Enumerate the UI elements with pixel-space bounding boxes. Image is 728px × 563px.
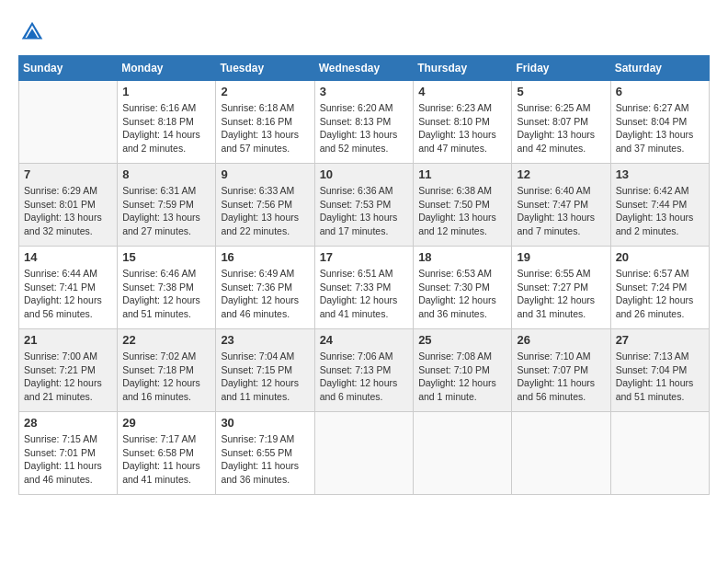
day-info: Sunrise: 6:33 AMSunset: 7:56 PMDaylight:…: [221, 184, 309, 238]
day-number: 8: [122, 167, 210, 181]
calendar-cell: 12Sunrise: 6:40 AMSunset: 7:47 PMDayligh…: [512, 164, 610, 247]
day-number: 7: [24, 167, 112, 181]
calendar: SundayMondayTuesdayWednesdayThursdayFrid…: [18, 55, 710, 495]
calendar-cell: 20Sunrise: 6:57 AMSunset: 7:24 PMDayligh…: [610, 247, 709, 329]
day-info: Sunrise: 6:55 AMSunset: 7:27 PMDaylight:…: [517, 267, 605, 321]
day-number: 14: [24, 250, 112, 264]
page-header: [18, 18, 710, 46]
day-number: 27: [616, 333, 704, 347]
calendar-cell: 24Sunrise: 7:06 AMSunset: 7:13 PMDayligh…: [314, 329, 414, 412]
day-info: Sunrise: 6:25 AMSunset: 8:07 PMDaylight:…: [517, 101, 605, 155]
calendar-cell: [414, 412, 512, 495]
day-number: 21: [24, 333, 112, 347]
calendar-cell: 23Sunrise: 7:04 AMSunset: 7:15 PMDayligh…: [216, 329, 314, 412]
calendar-header-row: SundayMondayTuesdayWednesdayThursdayFrid…: [19, 56, 710, 81]
column-header-tuesday: Tuesday: [216, 56, 314, 81]
week-row-5: 28Sunrise: 7:15 AMSunset: 7:01 PMDayligh…: [19, 412, 710, 495]
calendar-cell: [314, 412, 414, 495]
calendar-cell: 25Sunrise: 7:08 AMSunset: 7:10 PMDayligh…: [414, 329, 512, 412]
day-number: 23: [221, 333, 309, 347]
calendar-cell: 9Sunrise: 6:33 AMSunset: 7:56 PMDaylight…: [216, 164, 314, 247]
day-info: Sunrise: 7:10 AMSunset: 7:07 PMDaylight:…: [517, 350, 605, 404]
calendar-cell: 5Sunrise: 6:25 AMSunset: 8:07 PMDaylight…: [512, 81, 610, 164]
calendar-cell: [610, 412, 709, 495]
day-info: Sunrise: 6:29 AMSunset: 8:01 PMDaylight:…: [24, 184, 112, 238]
day-number: 5: [517, 85, 605, 98]
day-number: 3: [320, 85, 409, 98]
day-number: 28: [24, 416, 112, 430]
calendar-cell: 27Sunrise: 7:13 AMSunset: 7:04 PMDayligh…: [610, 329, 709, 412]
day-number: 16: [221, 250, 309, 264]
day-number: 6: [616, 85, 704, 98]
logo-icon: [18, 18, 46, 46]
day-info: Sunrise: 6:57 AMSunset: 7:24 PMDaylight:…: [616, 267, 704, 321]
day-info: Sunrise: 6:38 AMSunset: 7:50 PMDaylight:…: [418, 184, 506, 238]
day-number: 29: [122, 416, 210, 430]
calendar-cell: 28Sunrise: 7:15 AMSunset: 7:01 PMDayligh…: [19, 412, 118, 495]
calendar-cell: 8Sunrise: 6:31 AMSunset: 7:59 PMDaylight…: [118, 164, 216, 247]
calendar-cell: 30Sunrise: 7:19 AMSunset: 6:55 PMDayligh…: [216, 412, 314, 495]
day-number: 17: [320, 250, 409, 264]
calendar-cell: 2Sunrise: 6:18 AMSunset: 8:16 PMDaylight…: [216, 81, 314, 164]
day-info: Sunrise: 6:46 AMSunset: 7:38 PMDaylight:…: [122, 267, 210, 321]
calendar-cell: 22Sunrise: 7:02 AMSunset: 7:18 PMDayligh…: [118, 329, 216, 412]
calendar-cell: 19Sunrise: 6:55 AMSunset: 7:27 PMDayligh…: [512, 247, 610, 329]
day-info: Sunrise: 6:51 AMSunset: 7:33 PMDaylight:…: [320, 267, 409, 321]
day-number: 4: [418, 85, 506, 98]
day-info: Sunrise: 7:08 AMSunset: 7:10 PMDaylight:…: [418, 350, 506, 404]
day-number: 24: [320, 333, 409, 347]
day-info: Sunrise: 6:31 AMSunset: 7:59 PMDaylight:…: [122, 184, 210, 238]
day-info: Sunrise: 7:13 AMSunset: 7:04 PMDaylight:…: [616, 350, 704, 404]
day-info: Sunrise: 7:15 AMSunset: 7:01 PMDaylight:…: [24, 432, 112, 487]
day-info: Sunrise: 7:06 AMSunset: 7:13 PMDaylight:…: [320, 350, 409, 404]
calendar-cell: 7Sunrise: 6:29 AMSunset: 8:01 PMDaylight…: [19, 164, 118, 247]
calendar-cell: 4Sunrise: 6:23 AMSunset: 8:10 PMDaylight…: [414, 81, 512, 164]
calendar-cell: [19, 81, 118, 164]
calendar-cell: 1Sunrise: 6:16 AMSunset: 8:18 PMDaylight…: [118, 81, 216, 164]
calendar-cell: 6Sunrise: 6:27 AMSunset: 8:04 PMDaylight…: [610, 81, 709, 164]
column-header-wednesday: Wednesday: [314, 56, 414, 81]
day-number: 1: [122, 85, 210, 98]
column-header-thursday: Thursday: [414, 56, 512, 81]
day-info: Sunrise: 6:53 AMSunset: 7:30 PMDaylight:…: [418, 267, 506, 321]
day-number: 30: [221, 416, 309, 430]
day-number: 19: [517, 250, 605, 264]
column-header-friday: Friday: [512, 56, 610, 81]
day-number: 26: [517, 333, 605, 347]
week-row-4: 21Sunrise: 7:00 AMSunset: 7:21 PMDayligh…: [19, 329, 710, 412]
calendar-cell: 10Sunrise: 6:36 AMSunset: 7:53 PMDayligh…: [314, 164, 414, 247]
day-number: 12: [517, 167, 605, 181]
calendar-cell: 18Sunrise: 6:53 AMSunset: 7:30 PMDayligh…: [414, 247, 512, 329]
calendar-cell: [512, 412, 610, 495]
calendar-cell: 21Sunrise: 7:00 AMSunset: 7:21 PMDayligh…: [19, 329, 118, 412]
logo: [18, 18, 50, 46]
day-info: Sunrise: 6:18 AMSunset: 8:16 PMDaylight:…: [221, 101, 309, 155]
day-info: Sunrise: 6:36 AMSunset: 7:53 PMDaylight:…: [320, 184, 409, 238]
day-info: Sunrise: 7:04 AMSunset: 7:15 PMDaylight:…: [221, 350, 309, 404]
day-number: 18: [418, 250, 506, 264]
day-number: 22: [122, 333, 210, 347]
day-info: Sunrise: 6:27 AMSunset: 8:04 PMDaylight:…: [616, 101, 704, 155]
day-number: 15: [122, 250, 210, 264]
column-header-sunday: Sunday: [19, 56, 118, 81]
calendar-cell: 15Sunrise: 6:46 AMSunset: 7:38 PMDayligh…: [118, 247, 216, 329]
day-info: Sunrise: 6:20 AMSunset: 8:13 PMDaylight:…: [320, 101, 409, 155]
day-number: 13: [616, 167, 704, 181]
day-info: Sunrise: 7:19 AMSunset: 6:55 PMDaylight:…: [221, 432, 309, 487]
day-number: 9: [221, 167, 309, 181]
day-info: Sunrise: 6:23 AMSunset: 8:10 PMDaylight:…: [418, 101, 506, 155]
day-info: Sunrise: 7:02 AMSunset: 7:18 PMDaylight:…: [122, 350, 210, 404]
day-info: Sunrise: 7:17 AMSunset: 6:58 PMDaylight:…: [122, 432, 210, 487]
week-row-1: 1Sunrise: 6:16 AMSunset: 8:18 PMDaylight…: [19, 81, 710, 164]
day-number: 2: [221, 85, 309, 98]
day-info: Sunrise: 6:44 AMSunset: 7:41 PMDaylight:…: [24, 267, 112, 321]
calendar-cell: 14Sunrise: 6:44 AMSunset: 7:41 PMDayligh…: [19, 247, 118, 329]
calendar-cell: 17Sunrise: 6:51 AMSunset: 7:33 PMDayligh…: [314, 247, 414, 329]
calendar-cell: 11Sunrise: 6:38 AMSunset: 7:50 PMDayligh…: [414, 164, 512, 247]
day-info: Sunrise: 7:00 AMSunset: 7:21 PMDaylight:…: [24, 350, 112, 404]
day-number: 20: [616, 250, 704, 264]
day-info: Sunrise: 6:40 AMSunset: 7:47 PMDaylight:…: [517, 184, 605, 238]
day-info: Sunrise: 6:16 AMSunset: 8:18 PMDaylight:…: [122, 101, 210, 155]
day-number: 11: [418, 167, 506, 181]
week-row-3: 14Sunrise: 6:44 AMSunset: 7:41 PMDayligh…: [19, 247, 710, 329]
